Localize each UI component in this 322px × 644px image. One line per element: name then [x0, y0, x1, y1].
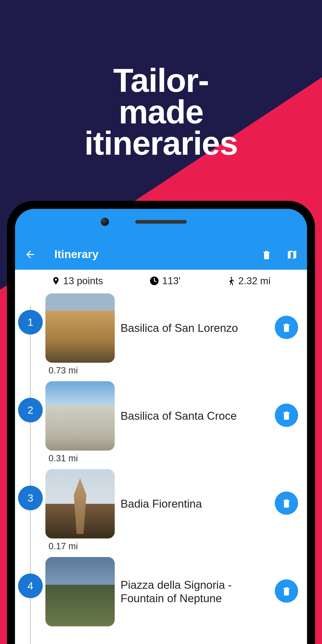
stat-distance: 2.32 mi — [226, 275, 270, 287]
step-badge: 4 — [18, 574, 43, 598]
delete-item-button[interactable] — [275, 404, 298, 427]
map-button[interactable] — [286, 249, 298, 261]
poi-name: Badia Fiorentina — [120, 497, 202, 510]
list-item[interactable]: 2 Basilica of Santa Croce — [18, 380, 307, 450]
phone-screen: Itinerary 13 points 113' 2.32 mi — [15, 209, 307, 644]
poi-name: Basilica of Santa Croce — [120, 409, 237, 422]
svg-point-1 — [231, 277, 232, 278]
phone-camera — [101, 218, 109, 226]
arrow-left-icon — [24, 249, 36, 260]
back-button[interactable] — [24, 248, 36, 261]
step-badge: 3 — [18, 486, 43, 510]
poi-name: Piazza della Signoria - Fountain of Nept… — [120, 578, 275, 605]
clock-icon — [149, 276, 160, 286]
stat-distance-label: 2.32 mi — [238, 275, 270, 286]
promo-headline: Tailor-made itineraries — [80, 65, 242, 159]
poi-thumbnail — [46, 294, 115, 363]
delete-all-button[interactable] — [260, 249, 272, 261]
list-item[interactable]: 3 Badia Fiorentina — [18, 468, 307, 538]
poi-thumbnail — [46, 469, 115, 538]
poi-name: Basilica of San Lorenzo — [120, 321, 238, 335]
itinerary-list: 1 Basilica of San Lorenzo 0.73 mi 2 Basi… — [15, 292, 307, 644]
delete-item-button[interactable] — [275, 492, 298, 515]
app-topbar: Itinerary — [15, 209, 307, 270]
delete-item-button[interactable] — [275, 316, 298, 339]
stat-duration-label: 113' — [162, 275, 180, 286]
list-item[interactable]: 1 Basilica of San Lorenzo — [18, 292, 307, 363]
trash-icon — [282, 410, 291, 421]
list-item[interactable]: 4 Piazza della Signoria - Fountain of Ne… — [18, 556, 307, 626]
pin-icon — [52, 276, 60, 286]
poi-thumbnail — [46, 381, 115, 450]
walk-icon — [226, 275, 236, 287]
segment-distance: 0.73 mi — [48, 366, 307, 376]
poi-thumbnail — [46, 557, 115, 626]
segment-distance: 0.17 mi — [48, 541, 307, 551]
step-badge: 2 — [18, 398, 43, 422]
trash-icon — [282, 586, 291, 596]
map-icon — [286, 249, 298, 260]
step-badge: 1 — [18, 310, 43, 334]
stat-points-label: 13 points — [63, 275, 103, 286]
trash-icon — [262, 249, 272, 260]
page-title: Itinerary — [54, 248, 247, 261]
phone-frame: Itinerary 13 points 113' 2.32 mi — [7, 201, 315, 644]
stat-duration: 113' — [149, 275, 180, 286]
delete-item-button[interactable] — [275, 580, 298, 603]
stats-row: 13 points 113' 2.32 mi — [15, 270, 307, 292]
segment-distance: 0.31 mi — [48, 453, 307, 463]
stat-points: 13 points — [52, 275, 103, 286]
phone-speaker — [135, 220, 187, 224]
trash-icon — [282, 498, 291, 509]
trash-icon — [282, 322, 291, 333]
